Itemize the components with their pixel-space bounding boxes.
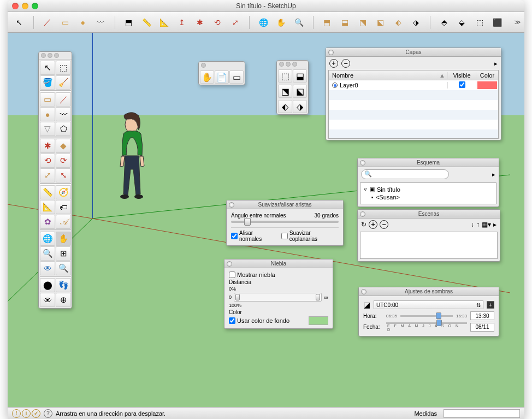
toolbar-overflow[interactable]: >> bbox=[515, 19, 519, 26]
shadow-expand-icon[interactable]: + bbox=[487, 301, 494, 309]
pal-component[interactable]: ⬚ bbox=[56, 61, 71, 75]
tool-select[interactable]: ↖ bbox=[13, 16, 26, 29]
pal-line[interactable]: ／ bbox=[56, 92, 71, 107]
scenes-up[interactable]: ↓ bbox=[471, 221, 474, 228]
scenes-list[interactable] bbox=[360, 232, 498, 259]
mini2-f[interactable]: ⬗ bbox=[293, 100, 307, 113]
mini1-a[interactable]: ✋ bbox=[200, 70, 214, 84]
fog-distance-slider[interactable] bbox=[234, 293, 322, 302]
scenes-refresh[interactable]: ↻ bbox=[361, 221, 367, 228]
mini1-b[interactable]: 📄 bbox=[215, 70, 229, 84]
tool-offset[interactable]: ⤢ bbox=[229, 16, 242, 29]
collapse-icon[interactable] bbox=[360, 160, 365, 166]
tool-pushpull[interactable]: ⬒ bbox=[123, 16, 135, 29]
tool-back[interactable]: ⬖ bbox=[392, 16, 405, 29]
pal-offset[interactable]: ⤡ bbox=[56, 168, 71, 182]
palette-traffic[interactable] bbox=[39, 52, 72, 60]
tool-warehouse2[interactable]: ⬙ bbox=[456, 16, 468, 29]
pal-pushpull[interactable]: ◆ bbox=[56, 139, 71, 153]
help-icon[interactable]: ? bbox=[44, 409, 52, 418]
outliner-search-input[interactable] bbox=[361, 169, 449, 179]
pal-scale[interactable]: ⤢ bbox=[40, 168, 55, 182]
pal-rect[interactable]: ▭ bbox=[40, 92, 55, 107]
tool-orbit[interactable]: 🌐 bbox=[257, 16, 270, 29]
status-credits-icon[interactable]: i bbox=[22, 409, 31, 418]
layer-visible-checkbox[interactable] bbox=[459, 81, 465, 88]
timezone-select[interactable]: UTC0:00⇅ bbox=[374, 300, 483, 309]
scenes-menu[interactable]: ▸ bbox=[493, 221, 496, 228]
angle-slider[interactable] bbox=[231, 221, 339, 223]
pal-position[interactable]: ⬤ bbox=[40, 278, 55, 292]
panel-scenes[interactable]: Escenas ↻ + − ↓ ↑ ▦▾ ▸ bbox=[357, 209, 500, 262]
measurements-input[interactable] bbox=[444, 409, 520, 418]
tool-front[interactable]: ⬓ bbox=[339, 16, 351, 29]
panel-fog[interactable]: Niebla Mostrar niebla Distancia 0% 0 ∞ 1… bbox=[224, 259, 333, 329]
pal-prev[interactable]: 👁 bbox=[40, 261, 55, 275]
date-input[interactable] bbox=[470, 323, 494, 332]
pal-pan[interactable]: ✋ bbox=[56, 232, 71, 246]
panel-outliner[interactable]: Esquema 🔍 ▸ ▿▣Sin título ▪<Susan> bbox=[357, 158, 499, 207]
panel-layers[interactable]: Capas + − ▸ Nombre▲ Visible Color Layer0 bbox=[326, 48, 501, 140]
tool-pan[interactable]: ✋ bbox=[275, 16, 288, 29]
pal-followme[interactable]: ⟳ bbox=[56, 154, 71, 168]
pal-polygon[interactable]: ▽ bbox=[40, 122, 55, 136]
pal-section[interactable]: ⊕ bbox=[56, 293, 71, 307]
tool-rect[interactable]: ▭ bbox=[59, 16, 72, 29]
tree-root[interactable]: Sin título bbox=[377, 186, 400, 193]
pal-eraser[interactable]: 🧹 bbox=[56, 75, 71, 90]
scenes-down[interactable]: ↑ bbox=[476, 221, 480, 228]
col-color-header[interactable]: Color bbox=[476, 72, 498, 79]
layers-menu-icon[interactable]: ▸ bbox=[494, 60, 498, 67]
pal-protractor[interactable]: 📐 bbox=[40, 200, 55, 214]
status-geo-icon[interactable]: ! bbox=[12, 409, 21, 418]
pal-select[interactable]: ↖ bbox=[40, 61, 55, 75]
collapse-icon[interactable] bbox=[229, 202, 234, 208]
tool-warehouse3[interactable]: ⬚ bbox=[474, 16, 486, 29]
mini-toolbar-1[interactable]: ✋ 📄 ▭ bbox=[198, 61, 245, 85]
pal-orbit[interactable]: 🌐 bbox=[40, 232, 55, 246]
pal-tape[interactable]: 📏 bbox=[40, 185, 55, 199]
tool-protractor[interactable]: 📐 bbox=[158, 16, 171, 29]
pal-text[interactable]: 🏷 bbox=[56, 200, 71, 214]
pal-look[interactable]: 👁 bbox=[40, 293, 55, 307]
mini1-c[interactable]: ▭ bbox=[229, 70, 244, 84]
scenes-add[interactable]: + bbox=[369, 220, 377, 229]
mini2-b[interactable]: ⬓ bbox=[293, 69, 307, 82]
active-layer-radio[interactable] bbox=[332, 82, 338, 88]
col-visible-header[interactable]: Visible bbox=[448, 72, 476, 79]
outliner-tree[interactable]: ▿▣Sin título ▪<Susan> bbox=[360, 182, 496, 204]
collapse-icon[interactable] bbox=[361, 289, 367, 294]
mini2-d[interactable]: ⬕ bbox=[293, 85, 307, 98]
pal-circle[interactable]: ● bbox=[40, 107, 55, 121]
layer-name[interactable]: Layer0 bbox=[340, 82, 358, 88]
mini2-e[interactable]: ⬖ bbox=[278, 100, 292, 113]
date-slider[interactable] bbox=[386, 322, 467, 324]
tool-rotate[interactable]: ✱ bbox=[194, 16, 206, 29]
tool-left[interactable]: ⬗ bbox=[410, 16, 422, 29]
pal-move[interactable]: ✱ bbox=[40, 139, 55, 153]
use-bg-color-checkbox[interactable] bbox=[229, 317, 235, 324]
time-input[interactable] bbox=[470, 311, 494, 320]
col-name-header[interactable]: Nombre bbox=[332, 72, 353, 79]
show-fog-checkbox[interactable] bbox=[229, 272, 235, 278]
tool-arc[interactable]: 〰 bbox=[94, 16, 107, 29]
pal-3dtext[interactable]: 𝒜 bbox=[56, 215, 71, 229]
pal-arc[interactable]: 〰 bbox=[56, 107, 71, 121]
smooth-normals-checkbox[interactable] bbox=[231, 233, 238, 239]
tool-iso[interactable]: ⬒ bbox=[321, 16, 334, 29]
soften-coplanar-checkbox[interactable] bbox=[281, 233, 288, 239]
tool-right[interactable]: ⬔ bbox=[357, 16, 369, 29]
status-claim-icon[interactable]: ✓ bbox=[32, 409, 40, 418]
tool-zoom[interactable]: 🔍 bbox=[293, 16, 305, 29]
pal-axes[interactable]: ✿ bbox=[40, 215, 55, 229]
layer-color-swatch[interactable] bbox=[477, 81, 497, 89]
tool-palette[interactable]: ↖ ⬚ 🪣 🧹 ▭ ／ ● 〰 ▽ ⬠ ✱ ◆ ⟲ ⟳ ⤢ ⤡ 📏 🧭 📐 🏷 … bbox=[38, 51, 72, 309]
tool-scale[interactable]: ⟲ bbox=[211, 16, 224, 29]
mini2-a[interactable]: ⬚ bbox=[278, 69, 292, 82]
pal-paint[interactable]: 🪣 bbox=[40, 75, 55, 90]
pal-zoomwin[interactable]: ⊞ bbox=[56, 246, 71, 261]
mini-toolbar-2[interactable]: ⬚⬓ ⬔⬕ ⬖⬗ bbox=[276, 60, 309, 115]
tool-move[interactable]: ↥ bbox=[176, 16, 188, 29]
shadow-toggle-icon[interactable]: ◪ bbox=[363, 300, 370, 309]
tree-item[interactable]: <Susan> bbox=[376, 194, 400, 200]
